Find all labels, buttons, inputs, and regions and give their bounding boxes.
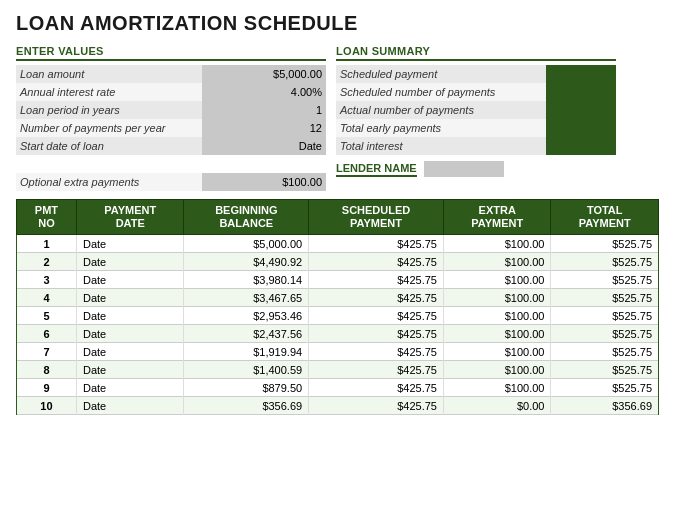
table-row: 3 Date $3,980.14 $425.75 $100.00 $525.75 xyxy=(17,271,659,289)
summary-label: Total early payments xyxy=(336,119,546,137)
table-row: 8 Date $1,400.59 $425.75 $100.00 $525.75 xyxy=(17,361,659,379)
summary-label: Scheduled payment xyxy=(336,65,546,83)
column-header: BEGINNING BALANCE xyxy=(184,200,309,235)
field-label: Loan amount xyxy=(16,65,202,83)
scheduled-payment: $425.75 xyxy=(309,343,444,361)
extra-payment: $100.00 xyxy=(443,361,551,379)
enter-values-row: Annual interest rate 4.00% xyxy=(16,83,326,101)
extra-payment: $100.00 xyxy=(443,343,551,361)
total-payment: $525.75 xyxy=(551,253,659,271)
beginning-balance: $3,467.65 xyxy=(184,289,309,307)
total-payment: $525.75 xyxy=(551,325,659,343)
top-section: ENTER VALUES Loan amount $5,000.00Annual… xyxy=(16,45,659,191)
total-payment: $525.75 xyxy=(551,307,659,325)
enter-values-table: Loan amount $5,000.00Annual interest rat… xyxy=(16,65,326,191)
field-value[interactable]: Date xyxy=(202,137,326,155)
field-value[interactable]: 12 xyxy=(202,119,326,137)
summary-row: Total early payments xyxy=(336,119,616,137)
scheduled-payment: $425.75 xyxy=(309,289,444,307)
pmt-no: 10 xyxy=(17,397,77,415)
summary-row: Actual number of payments xyxy=(336,101,616,119)
enter-values-panel: ENTER VALUES Loan amount $5,000.00Annual… xyxy=(16,45,326,191)
scheduled-payment: $425.75 xyxy=(309,235,444,253)
lender-section: LENDER NAME xyxy=(336,161,616,177)
table-row: 6 Date $2,437.56 $425.75 $100.00 $525.75 xyxy=(17,325,659,343)
payment-date: Date xyxy=(76,397,184,415)
payment-date: Date xyxy=(76,289,184,307)
loan-summary-panel: LOAN SUMMARY Scheduled payment Scheduled… xyxy=(336,45,616,191)
total-payment: $525.75 xyxy=(551,289,659,307)
payment-date: Date xyxy=(76,343,184,361)
scheduled-payment: $425.75 xyxy=(309,253,444,271)
beginning-balance: $1,919.94 xyxy=(184,343,309,361)
beginning-balance: $2,953.46 xyxy=(184,307,309,325)
pmt-no: 9 xyxy=(17,379,77,397)
pmt-no: 8 xyxy=(17,361,77,379)
pmt-no: 3 xyxy=(17,271,77,289)
summary-row: Scheduled payment xyxy=(336,65,616,83)
field-label: Start date of loan xyxy=(16,137,202,155)
amortization-table: PMT NOPAYMENT DATEBEGINNING BALANCESCHED… xyxy=(16,199,659,415)
page-title: LOAN AMORTIZATION SCHEDULE xyxy=(16,12,659,35)
table-header-row: PMT NOPAYMENT DATEBEGINNING BALANCESCHED… xyxy=(17,200,659,235)
summary-value xyxy=(546,101,616,119)
extra-payment: $100.00 xyxy=(443,271,551,289)
payment-date: Date xyxy=(76,379,184,397)
enter-values-title: ENTER VALUES xyxy=(16,45,326,61)
column-header: PAYMENT DATE xyxy=(76,200,184,235)
beginning-balance: $1,400.59 xyxy=(184,361,309,379)
payment-date: Date xyxy=(76,253,184,271)
enter-values-row: Loan period in years 1 xyxy=(16,101,326,119)
summary-value xyxy=(546,119,616,137)
table-row: 4 Date $3,467.65 $425.75 $100.00 $525.75 xyxy=(17,289,659,307)
scheduled-payment: $425.75 xyxy=(309,379,444,397)
beginning-balance: $5,000.00 xyxy=(184,235,309,253)
extra-payment: $100.00 xyxy=(443,379,551,397)
field-label: Loan period in years xyxy=(16,101,202,119)
field-value[interactable]: 1 xyxy=(202,101,326,119)
payment-date: Date xyxy=(76,307,184,325)
field-value[interactable]: 4.00% xyxy=(202,83,326,101)
enter-values-row: Number of payments per year 12 xyxy=(16,119,326,137)
column-header: SCHEDULED PAYMENT xyxy=(309,200,444,235)
lender-label: LENDER NAME xyxy=(336,162,417,177)
total-payment: $525.75 xyxy=(551,271,659,289)
extra-label: Optional extra payments xyxy=(16,173,202,191)
summary-value xyxy=(546,83,616,101)
beginning-balance: $3,980.14 xyxy=(184,271,309,289)
extra-payment: $100.00 xyxy=(443,253,551,271)
table-row: 9 Date $879.50 $425.75 $100.00 $525.75 xyxy=(17,379,659,397)
scheduled-payment: $425.75 xyxy=(309,325,444,343)
column-header: PMT NO xyxy=(17,200,77,235)
column-header: EXTRA PAYMENT xyxy=(443,200,551,235)
beginning-balance: $879.50 xyxy=(184,379,309,397)
table-row: 7 Date $1,919.94 $425.75 $100.00 $525.75 xyxy=(17,343,659,361)
total-payment: $525.75 xyxy=(551,379,659,397)
loan-summary-table: Scheduled payment Scheduled number of pa… xyxy=(336,65,616,155)
lender-value-box[interactable] xyxy=(424,161,504,177)
column-header: TOTAL PAYMENT xyxy=(551,200,659,235)
extra-payments-row: Optional extra payments $100.00 xyxy=(16,173,326,191)
summary-label: Actual number of payments xyxy=(336,101,546,119)
total-payment: $525.75 xyxy=(551,235,659,253)
pmt-no: 2 xyxy=(17,253,77,271)
payment-date: Date xyxy=(76,361,184,379)
page-container: LOAN AMORTIZATION SCHEDULE ENTER VALUES … xyxy=(0,0,675,427)
field-value[interactable]: $5,000.00 xyxy=(202,65,326,83)
summary-value xyxy=(546,65,616,83)
total-payment: $525.75 xyxy=(551,343,659,361)
payment-date: Date xyxy=(76,271,184,289)
extra-payment: $100.00 xyxy=(443,307,551,325)
summary-row: Total interest xyxy=(336,137,616,155)
table-row: 5 Date $2,953.46 $425.75 $100.00 $525.75 xyxy=(17,307,659,325)
summary-row: Scheduled number of payments xyxy=(336,83,616,101)
pmt-no: 1 xyxy=(17,235,77,253)
extra-value[interactable]: $100.00 xyxy=(202,173,326,191)
pmt-no: 7 xyxy=(17,343,77,361)
beginning-balance: $4,490.92 xyxy=(184,253,309,271)
pmt-no: 6 xyxy=(17,325,77,343)
enter-values-row: Loan amount $5,000.00 xyxy=(16,65,326,83)
extra-payment: $100.00 xyxy=(443,325,551,343)
loan-summary-title: LOAN SUMMARY xyxy=(336,45,616,61)
extra-payment: $100.00 xyxy=(443,235,551,253)
